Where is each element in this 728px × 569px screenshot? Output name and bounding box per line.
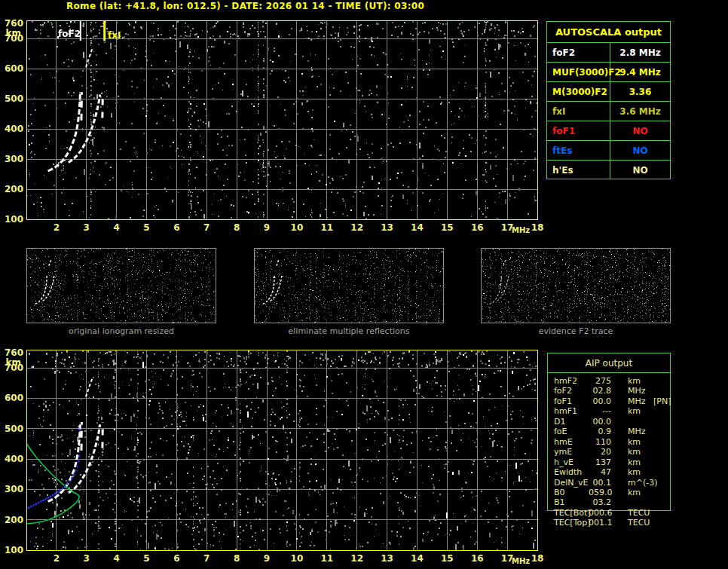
y-tick-label: 200 [0,185,23,194]
aip-row-delnve: DelN_vE00.1m^(-3) [554,478,670,488]
aip-parameter-label: foF1 [554,396,589,406]
x-tick-label: 3 [75,223,98,232]
x-tick-label: 16 [466,554,488,563]
aip-row-fof1: foF100.0MHz[PN] [554,396,670,406]
autoscala-output-window: Rome (lat: +41.8, lon: 012.5) - DATE: 20… [0,0,728,569]
aip-parameter-label: D1 [554,417,589,427]
aip-parameter-label: hmE [554,437,589,447]
aip-parameter-label: TEC[Bot] [554,508,589,518]
aip-row-hmf2: hmF2275km [554,376,670,386]
thumbnail-f2-canvas [482,249,670,323]
aip-table-rows: hmF2275kmfoF202.8MHzfoF100.0MHz[PN]hmF1-… [548,373,670,528]
aip-parameter-value: 20 [589,447,611,457]
autoscala-row-ftes: ftEsNO [547,141,670,161]
aip-parameter-unit: km [628,467,653,477]
aip-row-ewidth: Ewidth47km [554,467,670,477]
x-tick-label: 6 [165,554,188,563]
aip-parameter-value: 275 [589,376,611,386]
y-tick-label: 300 [0,154,23,164]
autoscala-parameter-value: 2.8 MHz [610,47,670,58]
autoscala-row-fof2: foF22.8 MHz [547,43,670,63]
autoscala-parameter-label: foF1 [547,121,610,140]
profile-ionogram-plot [26,350,538,551]
thumbnail-reflections-canvas [255,249,443,323]
autoscala-parameter-label: ftEs [547,141,610,160]
x-tick-label: 5 [136,223,158,232]
autoscala-parameter-value: NO [610,145,670,156]
aip-parameter-value: 137 [589,457,611,467]
aip-parameter-value: 00.0 [589,417,611,427]
x-tick-label: 5 [136,554,158,563]
thumbnail-f2-trace [481,248,671,323]
x-axis-unit-label: MHz [509,558,532,565]
x-tick-label: 15 [436,223,458,232]
y-tick-label: 100 [0,546,23,555]
y-tick-label: 100 [0,215,23,224]
aip-row-hve: h_vE137km [554,457,670,467]
aip-parameter-unit: km [628,447,653,457]
aip-parameter-label: TEC[Top] [554,518,589,528]
aip-parameter-unit: km [628,406,653,416]
aip-output-table: AIP output hmF2275kmfoF202.8MHzfoF100.0M… [547,353,671,511]
aip-parameter-unit: MHz [628,396,653,406]
aip-table-header: AIP output [548,353,670,373]
aip-parameter-value: 059.0 [589,488,611,497]
y-tick-label: 600 [0,64,23,73]
aip-row-hme: hmE110km [554,437,670,447]
thumbnail-multiple-reflections [254,248,444,323]
x-tick-label: 13 [376,223,399,232]
autoscala-parameter-label: fxI [547,102,610,121]
x-tick-label: 16 [466,223,488,232]
thumbnail-original-ionogram [26,248,216,323]
aip-row-b0: B0059.0km [554,488,670,497]
aip-parameter-value: 47 [589,467,611,477]
x-tick-label: 3 [75,554,98,563]
x-axis-unit-label: MHz [509,227,532,234]
y-tick-label: 700 [0,34,23,43]
aip-row-foe: foE0.9MHz [554,427,670,436]
autoscala-parameter-value: 3.6 MHz [610,106,670,117]
x-tick-label: 15 [436,554,458,563]
aip-parameter-value: 03.2 [589,497,611,507]
autoscala-parameter-value: NO [610,165,670,176]
aip-parameter-value: --- [589,406,611,416]
x-tick-label: 14 [405,554,428,563]
autoscala-row-m3000f2: M(3000)F23.36 [547,82,670,102]
autoscala-parameter-value: 9.4 MHz [610,67,670,78]
aip-parameter-label: foF2 [554,386,589,396]
aip-parameter-value: 00.0 [589,396,611,406]
autoscala-output-table: AUTOSCALA output foF22.8 MHzMUF(3000)F29… [546,21,671,179]
autoscala-row-fof1: foF1NO [547,121,670,141]
aip-parameter-value: 000.6 [589,508,611,518]
autoscala-row-fxi: fxI3.6 MHz [547,102,670,121]
aip-parameter-unit: km [628,488,653,497]
x-tick-label: 2 [45,554,68,563]
x-tick-label: 8 [225,223,248,232]
aip-parameter-unit: km [628,437,653,447]
thumbnail-original-canvas [27,249,216,323]
aip-parameter-label: h_vE [554,457,589,467]
x-tick-label: 9 [255,223,278,232]
y-tick-label: 760 [0,348,23,357]
aip-parameter-unit: km [628,376,653,386]
x-tick-label: 12 [346,223,369,232]
x-tick-label: 8 [225,554,248,563]
station-date-time-title: Rome (lat: +41.8, lon: 012.5) - DATE: 20… [66,1,424,11]
aip-row-b1: B103.2 [554,497,670,507]
x-tick-label: 10 [286,223,308,232]
aip-row-tecbot: TEC[Bot]000.6TECU [554,508,670,518]
aip-parameter-label: ymE [554,447,589,457]
aip-row-hmf1: hmF1---km [554,406,670,416]
x-tick-label: 10 [286,554,308,563]
y-tick-label: 200 [0,515,23,525]
autoscala-row-muf3000f2: MUF(3000)F29.4 MHz [547,63,670,82]
x-tick-label: 12 [346,554,369,563]
x-tick-label: 7 [195,223,218,232]
x-tick-label: 11 [316,223,338,232]
aip-parameter-value: 02.8 [589,386,611,396]
x-tick-label: 11 [316,554,338,563]
aip-parameter-label: Ewidth [554,467,589,477]
aip-parameter-unit: MHz [628,427,653,436]
thumbnail-caption-original: original ionogram resized [26,326,216,336]
y-tick-label: 300 [0,485,23,494]
